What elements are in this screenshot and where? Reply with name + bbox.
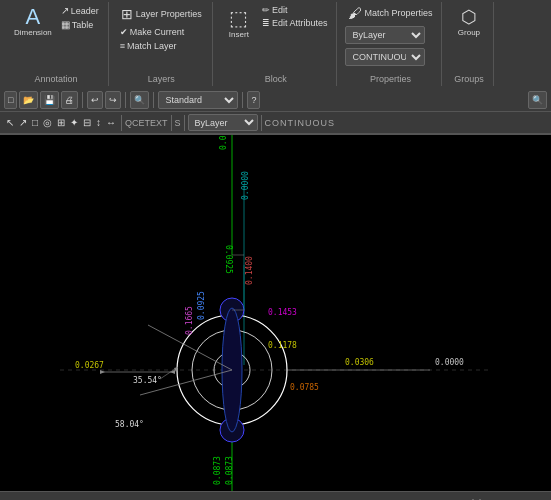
annotation-0000-v: 0.0000 bbox=[241, 171, 250, 200]
match-layer-button[interactable]: ≡ Match Layer bbox=[117, 40, 180, 52]
annotation-0925-v: 0.0925 bbox=[224, 245, 233, 274]
annotation-1665-v: 0.1665 bbox=[185, 306, 194, 335]
ribbon-group-properties: 🖌 Match Properties ByLayer CONTINUOUS Pr… bbox=[339, 2, 442, 86]
annotation-5804: 58.04° bbox=[115, 420, 144, 429]
annotation-0267: 0.0267 bbox=[75, 361, 104, 370]
sep2 bbox=[125, 92, 126, 108]
ribbon-group-layers: ⊞ Layer Properties ✔ Make Current ≡ Matc… bbox=[111, 2, 213, 86]
edit-attr-icon: ≣ bbox=[262, 18, 270, 28]
annotation-0140-v: 0.1400 bbox=[245, 256, 254, 285]
s-label: S bbox=[175, 118, 181, 128]
group-button[interactable]: ⬡ Group bbox=[451, 4, 487, 39]
table-icon: ▦ bbox=[61, 19, 70, 30]
workspace-select[interactable]: Standard bbox=[158, 91, 238, 109]
layer-select[interactable]: ByLayer bbox=[188, 114, 258, 131]
search-btn[interactable]: 🔍 bbox=[528, 91, 547, 109]
dimension-icon: A bbox=[26, 6, 41, 28]
groups-group-label: Groups bbox=[454, 72, 484, 84]
tb2-btn4[interactable]: ◎ bbox=[41, 116, 54, 129]
tb2-btn6[interactable]: ✦ bbox=[68, 116, 80, 129]
open-btn[interactable]: 📂 bbox=[19, 91, 38, 109]
layers-group-label: Layers bbox=[148, 72, 175, 84]
bylayer-dropdown[interactable]: ByLayer bbox=[345, 26, 425, 44]
tb2-btn3[interactable]: □ bbox=[30, 116, 40, 129]
annotation-0925-mid: 0.0925 bbox=[197, 291, 206, 320]
block-group-label: Block bbox=[265, 72, 287, 84]
edit-attributes-button[interactable]: ≣ Edit Attributes bbox=[259, 17, 331, 29]
match-prop-icon: 🖌 bbox=[348, 5, 362, 21]
sep8 bbox=[261, 115, 262, 131]
tb2-btn8[interactable]: ↕ bbox=[94, 116, 103, 129]
ribbon-group-groups: ⬡ Group Groups bbox=[444, 2, 494, 86]
tb2-btn1[interactable]: ↖ bbox=[4, 116, 16, 129]
match-layer-icon: ≡ bbox=[120, 41, 125, 51]
ribbon-panel: A Dimension ↗ Leader ▦ Table Annotation bbox=[0, 0, 551, 88]
sep4 bbox=[242, 92, 243, 108]
annotation-3554: 35.54° bbox=[133, 376, 162, 385]
linetype-label: CONTINUOUS bbox=[265, 118, 336, 128]
group-icon: ⬡ bbox=[461, 6, 477, 28]
annotation-0873-2: 0.0873 bbox=[225, 456, 234, 485]
leader-icon: ↗ bbox=[61, 5, 69, 16]
status-bar: 0.0000, 0.0000, 0.0000 Model Layout1 Lay… bbox=[0, 491, 551, 500]
annotation-0306: 0.0306 bbox=[345, 358, 374, 367]
toolbar2: ↖ ↗ □ ◎ ⊞ ✦ ⊟ ↕ ↔ QCETEXT S ByLayer CONT… bbox=[0, 112, 551, 134]
help-btn[interactable]: ? bbox=[247, 91, 260, 109]
layer-properties-button[interactable]: ⊞ Layer Properties bbox=[117, 4, 206, 24]
cad-drawing: 0.0925 0.0925 0.0000 0.1400 0.0925 0.166… bbox=[0, 135, 551, 491]
dimension-button[interactable]: A Dimension bbox=[10, 4, 56, 39]
tb2-btn7[interactable]: ⊟ bbox=[81, 116, 93, 129]
linetype-properties-dropdown[interactable]: CONTINUOUS bbox=[345, 48, 425, 66]
edit-button[interactable]: ✏ Edit bbox=[259, 4, 331, 16]
leader-button[interactable]: ↗ Leader bbox=[58, 4, 102, 17]
zoom-btn[interactable]: 🔍 bbox=[130, 91, 149, 109]
sep1 bbox=[82, 92, 83, 108]
tb2-btn9[interactable]: ↔ bbox=[104, 116, 118, 129]
tb2-btn5[interactable]: ⊞ bbox=[55, 116, 67, 129]
make-current-button[interactable]: ✔ Make Current bbox=[117, 26, 188, 38]
ribbon: A Dimension ↗ Leader ▦ Table Annotation bbox=[0, 0, 551, 135]
save-btn[interactable]: 💾 bbox=[40, 91, 59, 109]
annotation-0873-1: 0.0873 bbox=[213, 456, 222, 485]
undo-btn[interactable]: ↩ bbox=[87, 91, 103, 109]
ribbon-group-block: ⬚ Insert ✏ Edit ≣ Edit Attributes Block bbox=[215, 2, 338, 86]
print-btn[interactable]: 🖨 bbox=[61, 91, 78, 109]
cad-canvas: 0.0925 0.0925 0.0000 0.1400 0.0925 0.166… bbox=[0, 135, 551, 491]
table-button[interactable]: ▦ Table bbox=[58, 18, 102, 31]
redo-btn[interactable]: ↪ bbox=[105, 91, 121, 109]
annotation-0925-top: 0.0925 bbox=[219, 135, 228, 150]
annotation-1453: 0.1453 bbox=[268, 308, 297, 317]
properties-group-label: Properties bbox=[370, 72, 411, 84]
match-properties-button[interactable]: 🖌 Match Properties bbox=[345, 4, 435, 22]
sep3 bbox=[153, 92, 154, 108]
annotation-group-label: Annotation bbox=[34, 72, 77, 84]
ribbon-group-annotation: A Dimension ↗ Leader ▦ Table Annotation bbox=[4, 2, 109, 86]
new-btn[interactable]: □ bbox=[4, 91, 17, 109]
toolbar1: □ 📂 💾 🖨 ↩ ↪ 🔍 Standard ? 🔍 bbox=[0, 88, 551, 112]
tb2-btn2[interactable]: ↗ bbox=[17, 116, 29, 129]
layers-icon: ⊞ bbox=[121, 6, 133, 22]
annotation-0000-r: 0.0000 bbox=[435, 358, 464, 367]
annotation-0785: 0.0785 bbox=[290, 383, 319, 392]
insert-icon: ⬚ bbox=[229, 6, 248, 30]
insert-button[interactable]: ⬚ Insert bbox=[221, 4, 257, 41]
annotation-1178: 0.1178 bbox=[268, 341, 297, 350]
sep7 bbox=[184, 115, 185, 131]
edit-icon: ✏ bbox=[262, 5, 270, 15]
sep5 bbox=[121, 115, 122, 131]
sep6 bbox=[171, 115, 172, 131]
make-current-icon: ✔ bbox=[120, 27, 128, 37]
qcetext-label: QCETEXT bbox=[125, 118, 168, 128]
